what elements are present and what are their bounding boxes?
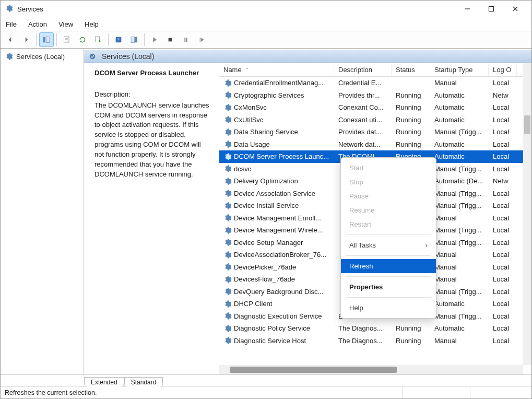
service-row[interactable]: Data Sharing ServiceProvides dat...Runni… xyxy=(219,126,531,138)
cell-logon: Local xyxy=(489,140,517,148)
ctx-stop[interactable]: Stop xyxy=(341,175,436,189)
cell-name: DevicesFlow_76ade xyxy=(219,275,334,284)
menu-action[interactable]: Action xyxy=(28,20,47,28)
cell-logon: Local xyxy=(489,128,517,136)
restart-service-button[interactable] xyxy=(194,32,209,47)
svg-rect-7 xyxy=(131,37,135,43)
cell-name: DCOM Server Process Launc... xyxy=(219,152,334,161)
back-button[interactable] xyxy=(3,32,18,47)
col-description[interactable]: Description xyxy=(334,64,392,76)
cell-name: dcsvc xyxy=(219,165,334,173)
cell-logon: Local xyxy=(489,312,517,320)
forward-button[interactable] xyxy=(19,32,33,47)
service-gear-icon xyxy=(223,238,232,247)
tree-root-services-local[interactable]: Services (Local) xyxy=(2,51,82,62)
ctx-refresh[interactable]: Refresh xyxy=(341,259,436,273)
service-row[interactable]: CredentialEnrollmentManag...Credential E… xyxy=(219,77,531,89)
service-gear-icon xyxy=(223,214,232,222)
service-row[interactable]: Data UsageNetwork dat...RunningAutomatic… xyxy=(219,138,531,151)
service-gear-icon xyxy=(223,79,232,87)
ctx-start[interactable]: Start xyxy=(341,161,436,175)
service-gear-icon xyxy=(223,189,232,197)
maximize-button[interactable] xyxy=(479,1,503,17)
cell-logon: Netw xyxy=(489,177,517,185)
ctx-properties[interactable]: Properties xyxy=(341,280,436,294)
cell-logon: Local xyxy=(489,251,517,259)
service-name-text: DevQuery Background Disc... xyxy=(234,288,323,296)
service-name-text: Delivery Optimization xyxy=(234,177,298,185)
service-row[interactable]: Diagnostic Service HostThe Diagnos...Run… xyxy=(219,335,531,347)
cell-logon: Local xyxy=(489,288,517,296)
vertical-scrollbar[interactable] xyxy=(523,63,531,365)
svg-rect-9 xyxy=(169,38,172,42)
cell-logon: Local xyxy=(489,79,517,87)
console-tree: Services (Local) xyxy=(1,49,84,374)
service-name-text: Data Usage xyxy=(234,140,270,148)
cell-logon: Local xyxy=(489,103,517,111)
cell-name: Device Management Wirele... xyxy=(219,226,334,234)
col-log-on-as[interactable]: Log O xyxy=(489,64,517,76)
minimize-button[interactable] xyxy=(455,1,479,17)
properties-button[interactable] xyxy=(60,32,74,47)
col-status[interactable]: Status xyxy=(392,64,430,76)
menu-view[interactable]: View xyxy=(58,20,73,28)
ctx-help[interactable]: Help xyxy=(341,301,436,315)
ctx-all-tasks[interactable]: All Tasks › xyxy=(341,238,436,252)
console-tree-button[interactable] xyxy=(39,32,54,47)
stop-service-button[interactable] xyxy=(163,32,178,47)
cell-description: The Diagnos... xyxy=(334,337,392,345)
action-pane-button[interactable] xyxy=(127,32,141,47)
description-text: The DCOMLAUNCH service launches COM and … xyxy=(94,101,211,180)
svg-rect-8 xyxy=(135,37,137,43)
cell-name: Diagnostic Execution Service xyxy=(219,312,334,320)
export-button[interactable] xyxy=(91,32,105,47)
menu-help[interactable]: Help xyxy=(85,20,99,28)
service-gear-icon xyxy=(223,287,232,296)
tab-standard[interactable]: Standard xyxy=(124,377,163,387)
cell-startup: Automatic xyxy=(430,103,489,111)
start-service-button[interactable] xyxy=(147,32,162,47)
ctx-resume[interactable]: Resume xyxy=(341,203,436,217)
service-gear-icon xyxy=(223,226,232,234)
submenu-arrow-icon: › xyxy=(425,241,428,249)
menu-file[interactable]: File xyxy=(6,20,17,28)
service-name-text: Device Install Service xyxy=(234,202,299,209)
ctx-restart[interactable]: Restart xyxy=(341,217,436,231)
cell-description: Conexant Co... xyxy=(334,103,392,111)
close-button[interactable] xyxy=(503,1,527,17)
service-row[interactable]: CxUtilSvcConexant uti...RunningAutomatic… xyxy=(219,114,531,126)
service-gear-icon xyxy=(223,103,232,112)
cell-status: Running xyxy=(392,91,430,99)
cell-name: CxMonSvc xyxy=(219,103,334,112)
status-text: Refreshes the current selection. xyxy=(5,389,97,396)
help-button[interactable]: ? xyxy=(111,32,126,47)
refresh-button[interactable] xyxy=(75,32,90,47)
cell-logon: Local xyxy=(489,116,517,124)
service-name-text: Device Association Service xyxy=(234,190,315,197)
cell-logon: Local xyxy=(489,324,517,332)
service-name-text: DCOM Server Process Launc... xyxy=(234,152,329,160)
service-gear-icon xyxy=(223,275,232,284)
cell-logon: Local xyxy=(489,214,517,222)
cell-description: Provides dat... xyxy=(334,128,392,136)
service-row[interactable]: CxMonSvcConexant Co...RunningAutomaticLo… xyxy=(219,101,531,114)
cell-startup: Automatic xyxy=(430,324,489,332)
cell-startup: Automatic xyxy=(430,300,489,308)
cell-startup: Manual (Trigg... xyxy=(430,128,489,136)
cell-name: Delivery Optimization xyxy=(219,177,334,185)
col-startup-type[interactable]: Startup Type xyxy=(430,64,489,76)
service-row[interactable]: Diagnostic Policy ServiceThe Diagnos...R… xyxy=(219,322,531,335)
service-name-text: Diagnostic Service Host xyxy=(234,337,306,345)
cell-description: Conexant uti... xyxy=(334,116,392,124)
horizontal-scrollbar[interactable] xyxy=(219,365,523,374)
cell-startup: Automatic (De... xyxy=(430,177,489,185)
pause-service-button[interactable] xyxy=(179,32,193,47)
col-name[interactable]: Name xyxy=(219,64,334,76)
content-header: Services (Local) xyxy=(84,49,531,63)
cell-logon: Local xyxy=(489,190,517,197)
cell-startup: Manual xyxy=(430,79,489,87)
cell-startup: Manual (Trigg... xyxy=(430,312,489,320)
service-row[interactable]: Cryptographic ServicesProvides thr...Run… xyxy=(219,89,531,102)
tab-extended[interactable]: Extended xyxy=(84,377,124,387)
ctx-pause[interactable]: Pause xyxy=(341,189,436,203)
